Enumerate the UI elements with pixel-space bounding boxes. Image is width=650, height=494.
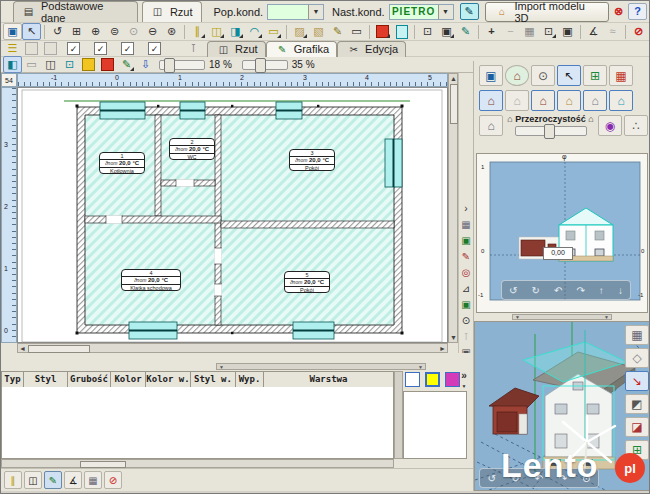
next-storey-combo[interactable]: PIETRO ▼ [389, 4, 454, 20]
zoom-adjust-icon[interactable]: ⊜ [105, 23, 124, 40]
frame-select-icon[interactable]: ⊡ [539, 23, 558, 40]
grid-tool-icon[interactable]: ▦ [520, 23, 539, 40]
checkbox-layer-3[interactable]: ✓ [121, 42, 134, 55]
tab-grafika[interactable]: ✎ Grafika [266, 41, 337, 57]
panel-splitter[interactable]: ▼ ▼ [476, 313, 648, 321]
expand-panel-icon[interactable]: › [458, 201, 475, 216]
tab-rzut-view[interactable]: ◫ Rzut [207, 41, 266, 57]
zoom-out-icon[interactable]: ⊖ [143, 23, 162, 40]
room-stamp-wc[interactable]: 2 ϑnom 20,0 °C WC [169, 138, 215, 160]
scroll-right-icon[interactable]: ► [438, 344, 447, 353]
window-view-icon[interactable]: ⊡ [60, 56, 79, 73]
col-styl[interactable]: Styl [24, 371, 68, 388]
zoom-window-icon[interactable]: ⊞ [67, 23, 86, 40]
room-yellow-icon[interactable] [79, 56, 98, 73]
checkbox-disabled-1[interactable] [25, 42, 38, 55]
house-ghost-icon[interactable]: ⌂ [479, 115, 503, 136]
render-icon[interactable]: ◉ [598, 115, 622, 136]
wall-view-icon[interactable]: ▭ [22, 56, 41, 73]
import-3d-button[interactable]: ⌂ Import modelu 3D [485, 2, 609, 22]
house-wireframe-icon[interactable]: ⌂ [583, 90, 607, 111]
cross-marker-icon[interactable]: + [482, 23, 501, 40]
scroll-thumb[interactable] [28, 345, 90, 353]
select-tool-icon[interactable]: ↖ [22, 23, 41, 40]
room-stamp-kotlownia[interactable]: 1 ϑnom 20,0 °C Kotłownia [99, 152, 145, 174]
more-down-icon[interactable]: ▼ [462, 383, 467, 389]
swatch-white[interactable] [405, 372, 420, 387]
house-roof-icon[interactable]: ⌂ [531, 90, 555, 111]
status-forbidden-icon[interactable]: ⊘ [104, 471, 122, 489]
door-in-icon[interactable]: ◩ [625, 394, 649, 414]
status-wall-icon[interactable]: ∥ [4, 471, 22, 489]
angle-icon[interactable]: ⊿ [458, 281, 475, 296]
rotate-cw-icon[interactable]: ↻ [531, 285, 539, 296]
storey-edit-icon[interactable]: ✎ [460, 3, 479, 20]
rotate-ccw-icon[interactable]: ↺ [488, 473, 496, 484]
image-tool-icon[interactable]: ▣ [558, 23, 577, 40]
wall-double-tool-icon[interactable]: ◫ [207, 23, 226, 40]
scroll-thumb[interactable] [450, 84, 458, 124]
target-icon[interactable]: ◎ [458, 265, 475, 280]
status-grid-icon[interactable]: ▦ [84, 471, 102, 489]
room-stamp-pokoj-2[interactable]: 5 ϑnom 20,0 °C Pokój [284, 271, 330, 293]
monitor-small-2-icon[interactable]: ▣ [458, 297, 475, 312]
checkbox-layer-4[interactable]: ✓ [148, 42, 161, 55]
grid-3d-icon[interactable]: ▦ [625, 325, 649, 345]
wall-view-2-icon[interactable]: ◫ [41, 56, 60, 73]
walk-mode-icon[interactable]: ∴ [624, 115, 648, 136]
canvas-vertical-scrollbar[interactable]: ▲ ▼ [448, 73, 458, 343]
swatch-yellow-selected[interactable] [425, 372, 440, 387]
pan-up-icon[interactable]: ↑ [599, 285, 604, 296]
transparency-slider[interactable] [515, 126, 587, 136]
monitor-small-icon[interactable]: ▣ [458, 233, 475, 248]
pan-down-icon[interactable]: ↓ [618, 285, 623, 296]
room-box-icon[interactable] [392, 23, 411, 40]
col-typ[interactable]: Typ [1, 371, 24, 388]
chevron-down-icon[interactable]: ▼ [438, 5, 453, 19]
splitter-arrow-icon[interactable]: ▼ [515, 314, 520, 320]
measurement-icon[interactable]: ∡ [584, 23, 603, 40]
status-grafika-icon[interactable]: ✎ [44, 471, 62, 489]
zoom-section-icon[interactable]: ⊙ [124, 23, 143, 40]
column-marker-icon[interactable]: ⊺ [184, 40, 203, 57]
house-plain-icon[interactable]: ⌂ [505, 90, 529, 111]
tab-podstawowe-dane[interactable]: ▤ Podstawowe dane [13, 1, 138, 22]
splitter-arrow-icon[interactable]: ▼ [418, 364, 423, 370]
zoom-extents-icon[interactable]: ⊛ [162, 23, 181, 40]
transparency-2d-slider[interactable] [242, 60, 288, 70]
properties-table-body[interactable] [1, 387, 394, 459]
chevron-down-icon[interactable]: ▼ [308, 5, 323, 19]
room-stamp-klatka[interactable]: 4 ϑnom 20,0 °C Klatka schodowa [121, 269, 181, 291]
col-wyp[interactable]: Wyp. [236, 371, 264, 388]
tab-edycja[interactable]: ✂ Edycja [337, 41, 406, 57]
add-object-icon[interactable]: ⊞ [583, 65, 607, 86]
grafika-mode-icon[interactable]: ✎ [117, 56, 136, 73]
hatch-density-slider[interactable] [159, 60, 205, 70]
display-3d-icon[interactable]: ▣ [479, 65, 503, 86]
region-icon[interactable]: ▭ [347, 23, 366, 40]
grid-small-icon[interactable]: ▦ [458, 217, 475, 232]
line-tool-icon[interactable]: − [501, 23, 520, 40]
power-icon[interactable]: ⊗ [609, 3, 628, 20]
wall-tool-icon[interactable]: ∥ [188, 23, 207, 40]
checkbox-layer-2[interactable]: ✓ [94, 42, 107, 55]
tab-rzut-top[interactable]: ◫ Rzut [142, 1, 202, 22]
ruler-small-icon[interactable]: ⊺ [458, 329, 475, 344]
checkbox-disabled-2[interactable] [44, 42, 57, 55]
splitter-handle[interactable]: ▼ ▼ [216, 363, 426, 370]
pan-left-icon[interactable]: ↶ [554, 285, 562, 296]
wall-cyan-tool-icon[interactable]: ◨ [226, 23, 245, 40]
zoom-in-icon[interactable]: ⊕ [86, 23, 105, 40]
col-styl-w[interactable]: Styl w. [191, 371, 236, 388]
window-tool-icon[interactable]: ▭ [264, 23, 283, 40]
canvas-horizontal-scrollbar[interactable]: ◄ ► [17, 343, 448, 353]
house-textured-icon[interactable]: ⌂ [479, 90, 503, 111]
room-stamp-pokoj-1[interactable]: 3 ϑnom 20,0 °C Pokój [289, 149, 335, 171]
perspective-3d-view[interactable]: ▦ ◇ ↘ ◩ ◪ ⊞ ↺ ↻ ↶ ↷ ⊙ Lento pl [474, 321, 650, 491]
spline-icon[interactable]: ≈ [603, 23, 622, 40]
scroll-left-icon[interactable]: ◄ [18, 344, 27, 353]
rotate-view-icon[interactable]: ↺ [48, 23, 67, 40]
house-water-icon[interactable]: ⌂ [609, 90, 633, 111]
col-kolor[interactable]: Kolor [111, 371, 146, 388]
swatch-panel[interactable] [403, 391, 467, 459]
